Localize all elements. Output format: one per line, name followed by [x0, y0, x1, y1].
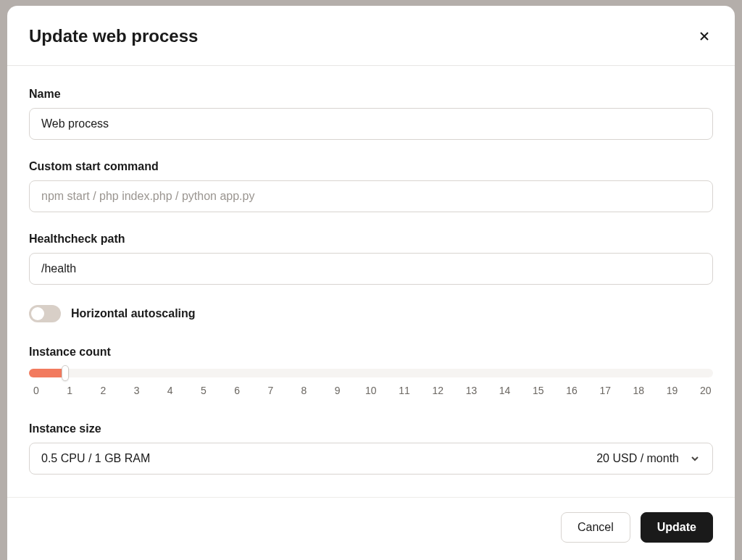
start-command-field-group: Custom start command — [29, 160, 713, 212]
slider-fill — [29, 369, 65, 377]
healthcheck-field-group: Healthcheck path — [29, 233, 713, 285]
tick-label: 6 — [230, 385, 244, 396]
healthcheck-label: Healthcheck path — [29, 233, 713, 246]
tick-label: 16 — [564, 385, 579, 396]
chevron-down-icon — [689, 453, 701, 464]
instance-size-select[interactable]: 0.5 CPU / 1 GB RAM 20 USD / month — [29, 443, 713, 475]
autoscaling-toggle-row: Horizontal autoscaling — [29, 305, 713, 322]
tick-label: 10 — [364, 385, 378, 396]
start-command-label: Custom start command — [29, 160, 713, 173]
name-field-group: Name — [29, 88, 713, 140]
tick-label: 5 — [196, 385, 211, 396]
close-button[interactable] — [696, 28, 713, 45]
modal-footer: Cancel Update — [7, 497, 735, 560]
tick-label: 19 — [665, 385, 680, 396]
cancel-button[interactable]: Cancel — [561, 512, 630, 543]
tick-label: 20 — [699, 385, 713, 396]
tick-label: 1 — [62, 385, 77, 396]
slider-thumb[interactable] — [62, 365, 69, 381]
autoscaling-label: Horizontal autoscaling — [71, 307, 196, 320]
instance-size-price: 20 USD / month — [596, 452, 679, 465]
modal-body: Name Custom start command Healthcheck pa… — [7, 66, 735, 497]
tick-label: 4 — [163, 385, 178, 396]
tick-label: 15 — [531, 385, 546, 396]
slider-track — [29, 369, 713, 377]
instance-count-slider[interactable] — [29, 369, 713, 377]
instance-size-value: 0.5 CPU / 1 GB RAM — [41, 452, 150, 465]
instance-size-group: Instance size 0.5 CPU / 1 GB RAM 20 USD … — [29, 422, 713, 475]
tick-label: 0 — [29, 385, 43, 396]
start-command-input[interactable] — [29, 180, 713, 212]
update-process-modal: Update web process Name Custom start com… — [7, 6, 735, 560]
tick-label: 2 — [96, 385, 110, 396]
modal-title: Update web process — [29, 26, 198, 46]
update-button[interactable]: Update — [641, 512, 713, 543]
healthcheck-input[interactable] — [29, 253, 713, 285]
tick-label: 13 — [464, 385, 478, 396]
name-label: Name — [29, 88, 713, 101]
tick-label: 17 — [598, 385, 612, 396]
tick-label: 8 — [297, 385, 312, 396]
instance-count-group: Instance count 0 1 2 3 4 5 6 7 8 9 10 11… — [29, 346, 713, 396]
tick-label: 11 — [397, 385, 412, 396]
tick-label: 18 — [631, 385, 646, 396]
tick-label: 3 — [130, 385, 144, 396]
tick-label: 7 — [263, 385, 278, 396]
instance-size-right: 20 USD / month — [596, 452, 701, 465]
slider-ticks: 0 1 2 3 4 5 6 7 8 9 10 11 12 13 14 15 16… — [29, 385, 713, 396]
tick-label: 14 — [498, 385, 512, 396]
tick-label: 12 — [430, 385, 445, 396]
name-input[interactable] — [29, 108, 713, 140]
autoscaling-toggle[interactable] — [29, 305, 61, 322]
tick-label: 9 — [330, 385, 345, 396]
instance-count-label: Instance count — [29, 346, 713, 359]
toggle-knob — [31, 307, 44, 320]
modal-header: Update web process — [7, 6, 735, 66]
close-icon — [699, 30, 710, 42]
instance-size-label: Instance size — [29, 422, 713, 435]
